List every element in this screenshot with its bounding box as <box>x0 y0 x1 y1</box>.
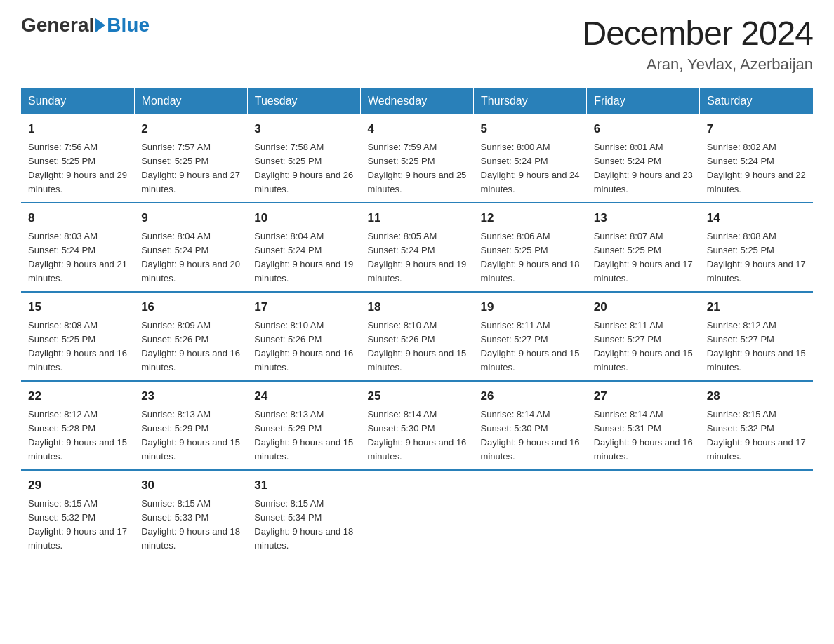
day-info: Sunrise: 8:04 AM Sunset: 5:24 PM Dayligh… <box>141 229 240 286</box>
calendar-cell: 11 Sunrise: 8:05 AM Sunset: 5:24 PM Dayl… <box>360 203 473 292</box>
calendar-table: SundayMondayTuesdayWednesdayThursdayFrid… <box>21 88 813 558</box>
day-number: 1 <box>28 120 127 138</box>
day-info: Sunrise: 8:08 AM Sunset: 5:25 PM Dayligh… <box>707 229 806 286</box>
weekday-header-row: SundayMondayTuesdayWednesdayThursdayFrid… <box>21 88 813 114</box>
calendar-cell: 4 Sunrise: 7:59 AM Sunset: 5:25 PM Dayli… <box>360 114 473 203</box>
day-number: 6 <box>594 120 693 138</box>
calendar-cell: 22 Sunrise: 8:12 AM Sunset: 5:28 PM Dayl… <box>21 381 134 470</box>
day-info: Sunrise: 8:11 AM Sunset: 5:27 PM Dayligh… <box>594 318 693 375</box>
day-number: 27 <box>594 387 693 405</box>
calendar-cell: 1 Sunrise: 7:56 AM Sunset: 5:25 PM Dayli… <box>21 114 134 203</box>
calendar-cell: 24 Sunrise: 8:13 AM Sunset: 5:29 PM Dayl… <box>247 381 360 470</box>
day-number: 17 <box>254 298 353 316</box>
day-number: 13 <box>594 209 693 227</box>
calendar-cell <box>360 470 473 558</box>
calendar-cell: 18 Sunrise: 8:10 AM Sunset: 5:26 PM Dayl… <box>360 292 473 381</box>
day-number: 4 <box>367 120 466 138</box>
calendar-cell: 21 Sunrise: 8:12 AM Sunset: 5:27 PM Dayl… <box>700 292 813 381</box>
day-info: Sunrise: 8:14 AM Sunset: 5:30 PM Dayligh… <box>367 408 466 464</box>
weekday-header-saturday: Saturday <box>700 88 813 114</box>
calendar-cell: 27 Sunrise: 8:14 AM Sunset: 5:31 PM Dayl… <box>587 381 700 470</box>
calendar-cell: 14 Sunrise: 8:08 AM Sunset: 5:25 PM Dayl… <box>700 203 813 292</box>
day-number: 12 <box>481 209 580 227</box>
calendar-cell: 16 Sunrise: 8:09 AM Sunset: 5:26 PM Dayl… <box>134 292 247 381</box>
day-info: Sunrise: 8:13 AM Sunset: 5:29 PM Dayligh… <box>141 408 240 464</box>
calendar-cell: 19 Sunrise: 8:11 AM Sunset: 5:27 PM Dayl… <box>474 292 587 381</box>
calendar-cell: 29 Sunrise: 8:15 AM Sunset: 5:32 PM Dayl… <box>21 470 134 558</box>
day-number: 11 <box>367 209 466 227</box>
calendar-cell: 23 Sunrise: 8:13 AM Sunset: 5:29 PM Dayl… <box>134 381 247 470</box>
day-number: 21 <box>707 298 806 316</box>
day-info: Sunrise: 8:12 AM Sunset: 5:28 PM Dayligh… <box>28 408 127 464</box>
day-info: Sunrise: 7:56 AM Sunset: 5:25 PM Dayligh… <box>28 140 127 197</box>
day-number: 28 <box>707 387 806 405</box>
day-info: Sunrise: 8:09 AM Sunset: 5:26 PM Dayligh… <box>141 318 240 375</box>
day-number: 30 <box>141 476 240 495</box>
location-text: Aran, Yevlax, Azerbaijan <box>582 55 813 74</box>
day-info: Sunrise: 8:07 AM Sunset: 5:25 PM Dayligh… <box>594 229 693 286</box>
day-number: 25 <box>367 387 466 405</box>
day-info: Sunrise: 8:14 AM Sunset: 5:31 PM Dayligh… <box>594 408 693 464</box>
logo-blue-text: Blue <box>107 14 150 36</box>
day-info: Sunrise: 8:10 AM Sunset: 5:26 PM Dayligh… <box>367 318 466 375</box>
calendar-cell: 3 Sunrise: 7:58 AM Sunset: 5:25 PM Dayli… <box>247 114 360 203</box>
logo-general-text: General <box>21 14 94 36</box>
calendar-cell: 30 Sunrise: 8:15 AM Sunset: 5:33 PM Dayl… <box>134 470 247 558</box>
day-number: 15 <box>28 298 127 316</box>
page-header: General Blue December 2024 Aran, Yevlax,… <box>21 14 813 74</box>
day-info: Sunrise: 8:15 AM Sunset: 5:32 PM Dayligh… <box>707 408 806 464</box>
day-info: Sunrise: 8:13 AM Sunset: 5:29 PM Dayligh… <box>254 408 353 464</box>
day-info: Sunrise: 7:57 AM Sunset: 5:25 PM Dayligh… <box>141 140 240 197</box>
calendar-cell: 20 Sunrise: 8:11 AM Sunset: 5:27 PM Dayl… <box>587 292 700 381</box>
calendar-cell: 26 Sunrise: 8:14 AM Sunset: 5:30 PM Dayl… <box>474 381 587 470</box>
day-info: Sunrise: 8:05 AM Sunset: 5:24 PM Dayligh… <box>367 229 466 286</box>
calendar-cell: 9 Sunrise: 8:04 AM Sunset: 5:24 PM Dayli… <box>134 203 247 292</box>
calendar-week-row: 1 Sunrise: 7:56 AM Sunset: 5:25 PM Dayli… <box>21 114 813 203</box>
day-number: 7 <box>707 120 806 138</box>
calendar-cell: 13 Sunrise: 8:07 AM Sunset: 5:25 PM Dayl… <box>587 203 700 292</box>
calendar-cell: 15 Sunrise: 8:08 AM Sunset: 5:25 PM Dayl… <box>21 292 134 381</box>
calendar-cell: 28 Sunrise: 8:15 AM Sunset: 5:32 PM Dayl… <box>700 381 813 470</box>
day-info: Sunrise: 8:12 AM Sunset: 5:27 PM Dayligh… <box>707 318 806 375</box>
day-number: 20 <box>594 298 693 316</box>
calendar-cell <box>474 470 587 558</box>
calendar-cell <box>587 470 700 558</box>
weekday-header-sunday: Sunday <box>21 88 134 114</box>
day-info: Sunrise: 8:15 AM Sunset: 5:32 PM Dayligh… <box>28 497 127 554</box>
day-number: 16 <box>141 298 240 316</box>
calendar-week-row: 8 Sunrise: 8:03 AM Sunset: 5:24 PM Dayli… <box>21 203 813 292</box>
day-info: Sunrise: 8:11 AM Sunset: 5:27 PM Dayligh… <box>481 318 580 375</box>
day-number: 5 <box>481 120 580 138</box>
day-info: Sunrise: 8:02 AM Sunset: 5:24 PM Dayligh… <box>707 140 806 197</box>
day-number: 18 <box>367 298 466 316</box>
calendar-cell: 17 Sunrise: 8:10 AM Sunset: 5:26 PM Dayl… <box>247 292 360 381</box>
calendar-cell: 7 Sunrise: 8:02 AM Sunset: 5:24 PM Dayli… <box>700 114 813 203</box>
day-info: Sunrise: 8:04 AM Sunset: 5:24 PM Dayligh… <box>254 229 353 286</box>
day-info: Sunrise: 7:58 AM Sunset: 5:25 PM Dayligh… <box>254 140 353 197</box>
calendar-week-row: 29 Sunrise: 8:15 AM Sunset: 5:32 PM Dayl… <box>21 470 813 558</box>
logo-triangle-icon <box>95 18 105 32</box>
day-number: 26 <box>481 387 580 405</box>
calendar-week-row: 22 Sunrise: 8:12 AM Sunset: 5:28 PM Dayl… <box>21 381 813 470</box>
day-number: 2 <box>141 120 240 138</box>
day-info: Sunrise: 7:59 AM Sunset: 5:25 PM Dayligh… <box>367 140 466 197</box>
day-number: 24 <box>254 387 353 405</box>
calendar-cell: 2 Sunrise: 7:57 AM Sunset: 5:25 PM Dayli… <box>134 114 247 203</box>
calendar-cell: 5 Sunrise: 8:00 AM Sunset: 5:24 PM Dayli… <box>474 114 587 203</box>
weekday-header-thursday: Thursday <box>474 88 587 114</box>
day-info: Sunrise: 8:10 AM Sunset: 5:26 PM Dayligh… <box>254 318 353 375</box>
day-number: 29 <box>28 476 127 495</box>
calendar-cell: 10 Sunrise: 8:04 AM Sunset: 5:24 PM Dayl… <box>247 203 360 292</box>
day-number: 31 <box>254 476 353 495</box>
weekday-header-monday: Monday <box>134 88 247 114</box>
weekday-header-friday: Friday <box>587 88 700 114</box>
day-number: 22 <box>28 387 127 405</box>
day-info: Sunrise: 8:15 AM Sunset: 5:33 PM Dayligh… <box>141 497 240 554</box>
day-number: 14 <box>707 209 806 227</box>
weekday-header-tuesday: Tuesday <box>247 88 360 114</box>
calendar-week-row: 15 Sunrise: 8:08 AM Sunset: 5:25 PM Dayl… <box>21 292 813 381</box>
day-info: Sunrise: 8:00 AM Sunset: 5:24 PM Dayligh… <box>481 140 580 197</box>
day-number: 10 <box>254 209 353 227</box>
day-number: 8 <box>28 209 127 227</box>
calendar-cell: 12 Sunrise: 8:06 AM Sunset: 5:25 PM Dayl… <box>474 203 587 292</box>
